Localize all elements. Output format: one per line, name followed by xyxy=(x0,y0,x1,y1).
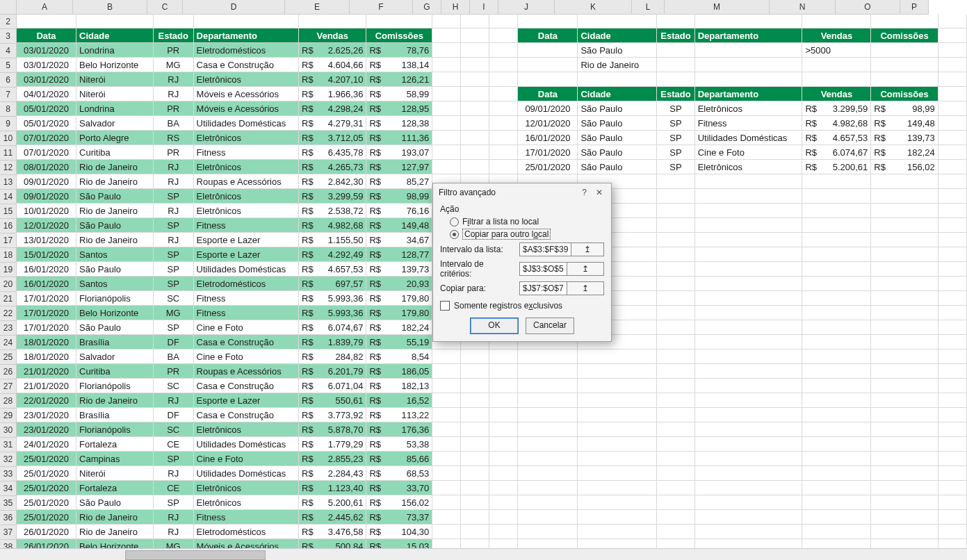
cell-sales[interactable]: R$1.123,40 xyxy=(299,481,366,495)
cell-dept[interactable]: Fitness xyxy=(193,291,299,306)
cell[interactable] xyxy=(489,131,518,145)
list-range-input[interactable]: $A$3:$F$39 ↥ xyxy=(519,242,604,256)
cell[interactable] xyxy=(518,393,578,408)
cell-state[interactable]: RJ xyxy=(153,160,193,174)
cell[interactable] xyxy=(938,247,966,262)
cell[interactable] xyxy=(694,43,802,58)
cell[interactable] xyxy=(578,422,657,437)
radio-filter-in-place[interactable]: Filtrar a lista no local xyxy=(450,217,604,227)
help-icon[interactable]: ? xyxy=(578,188,591,197)
cell[interactable] xyxy=(518,495,578,510)
cell-state[interactable]: RS xyxy=(153,131,193,145)
cell[interactable] xyxy=(938,379,966,393)
cell-sales[interactable]: R$2.842,30 xyxy=(299,174,366,189)
cell[interactable] xyxy=(657,408,694,422)
cell[interactable] xyxy=(432,87,461,101)
range-picker-icon[interactable]: ↥ xyxy=(567,263,603,275)
result-date[interactable]: 17/01/2020 xyxy=(518,145,578,160)
cell[interactable] xyxy=(432,131,461,145)
cell-state[interactable]: PR xyxy=(153,101,193,116)
result-sales[interactable]: R$4.982,68 xyxy=(802,116,871,131)
cell[interactable] xyxy=(871,379,938,393)
cell[interactable] xyxy=(578,510,657,525)
cell[interactable] xyxy=(802,262,871,277)
col-header-K[interactable]: K xyxy=(555,0,632,15)
cell[interactable] xyxy=(578,408,657,422)
cell-commission[interactable]: R$127,97 xyxy=(366,160,432,174)
cell[interactable] xyxy=(518,525,578,539)
cell-dept[interactable]: Cine e Foto xyxy=(193,349,299,364)
cell-state[interactable]: SP xyxy=(153,320,193,335)
cell[interactable] xyxy=(871,233,938,247)
cell[interactable] xyxy=(489,145,518,160)
cell-commission[interactable]: R$58,99 xyxy=(366,87,432,101)
cell[interactable] xyxy=(153,14,193,28)
result-commission[interactable]: R$182,24 xyxy=(871,145,938,160)
result-sales[interactable]: R$5.200,61 xyxy=(802,160,871,174)
cell-state[interactable]: SP xyxy=(153,452,193,466)
cell-city[interactable]: Campinas xyxy=(76,452,154,466)
cell-sales[interactable]: R$4.279,31 xyxy=(299,116,366,131)
cell-sales[interactable]: R$5.993,36 xyxy=(299,291,366,306)
cell-state[interactable]: SP xyxy=(153,189,193,204)
range-picker-icon[interactable]: ↥ xyxy=(567,282,603,295)
cell[interactable] xyxy=(461,379,489,393)
cell[interactable] xyxy=(489,28,518,43)
cell-sales[interactable]: R$3.712,05 xyxy=(299,131,366,145)
criteria-city[interactable]: São Paulo xyxy=(578,43,657,58)
cell[interactable] xyxy=(518,510,578,525)
cell[interactable] xyxy=(657,495,694,510)
cell[interactable] xyxy=(802,14,871,28)
cell-state[interactable]: RJ xyxy=(153,525,193,539)
col-header-G[interactable]: G xyxy=(413,0,441,15)
cell-dept[interactable]: Eletrônicos xyxy=(193,481,299,495)
cell-sales[interactable]: R$4.604,66 xyxy=(299,58,366,72)
cell-sales[interactable]: R$550,61 xyxy=(299,393,366,408)
cell[interactable] xyxy=(461,87,489,101)
row-header[interactable]: 31 xyxy=(0,438,17,452)
cancel-button[interactable]: Cancelar xyxy=(526,318,574,334)
cell-date[interactable]: 16/01/2020 xyxy=(17,277,76,291)
cell[interactable] xyxy=(432,393,461,408)
cell-sales[interactable]: R$4.292,49 xyxy=(299,247,366,262)
cell-sales[interactable]: R$1.966,36 xyxy=(299,87,366,101)
cell[interactable] xyxy=(694,320,802,335)
cell[interactable] xyxy=(871,349,938,364)
cell-sales[interactable]: R$6.201,79 xyxy=(299,364,366,379)
cell-commission[interactable]: R$193,07 xyxy=(366,145,432,160)
cell[interactable] xyxy=(432,364,461,379)
cell[interactable] xyxy=(657,174,694,189)
cell-sales[interactable]: R$1.779,29 xyxy=(299,437,366,452)
table-header[interactable]: Departamento xyxy=(193,28,299,43)
cell[interactable] xyxy=(694,466,802,481)
cell[interactable] xyxy=(432,28,461,43)
cell-commission[interactable]: R$76,16 xyxy=(366,204,432,218)
cell-date[interactable]: 16/01/2020 xyxy=(17,262,76,277)
cell-state[interactable]: DF xyxy=(153,335,193,349)
row-header[interactable]: 33 xyxy=(0,467,17,481)
row-header[interactable]: 23 xyxy=(0,321,17,336)
cell[interactable] xyxy=(489,408,518,422)
cell-commission[interactable]: R$179,80 xyxy=(366,291,432,306)
cell-city[interactable]: Belo Horizonte xyxy=(76,58,154,72)
row-header[interactable]: 9 xyxy=(0,117,17,131)
row-header[interactable]: 22 xyxy=(0,306,17,321)
cell[interactable] xyxy=(432,43,461,58)
cell-commission[interactable]: R$138,14 xyxy=(366,58,432,72)
table-header[interactable]: Comissões xyxy=(366,28,432,43)
cell[interactable] xyxy=(938,72,966,87)
cell-sales[interactable]: R$4.265,73 xyxy=(299,160,366,174)
table-header[interactable]: Departamento xyxy=(694,28,802,43)
cell[interactable] xyxy=(432,466,461,481)
cell[interactable] xyxy=(694,393,802,408)
result-city[interactable]: São Paulo xyxy=(578,145,657,160)
cell[interactable] xyxy=(461,393,489,408)
cell-city[interactable]: Salvador xyxy=(76,116,154,131)
cell[interactable] xyxy=(938,28,966,43)
cell[interactable] xyxy=(694,349,802,364)
row-header[interactable]: 19 xyxy=(0,263,17,277)
cell[interactable] xyxy=(871,218,938,233)
cell-city[interactable]: Porto Alegre xyxy=(76,131,154,145)
cell[interactable] xyxy=(432,72,461,87)
row-header[interactable]: 3 xyxy=(0,29,17,44)
